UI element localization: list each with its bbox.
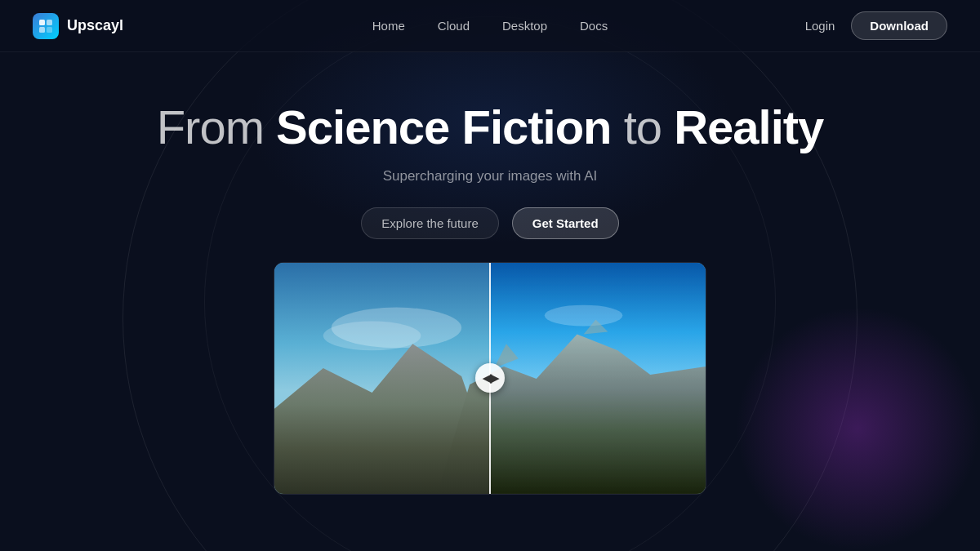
hero-title: From Science Fiction to Reality	[157, 101, 824, 153]
hero-title-from: From	[157, 100, 276, 153]
nav-link-docs[interactable]: Docs	[580, 19, 608, 33]
comparison-wrapper: ◀▶	[274, 263, 706, 494]
hero-subtitle: Supercharging your images with AI	[383, 168, 598, 184]
get-started-button[interactable]: Get Started	[512, 207, 619, 239]
login-button[interactable]: Login	[805, 19, 835, 33]
hero-title-to: to	[612, 100, 675, 153]
comparison-handle[interactable]: ◀▶	[475, 363, 505, 393]
navbar: Upscayl Home Cloud Desktop Docs Login Do…	[0, 0, 980, 52]
nav-link-desktop[interactable]: Desktop	[502, 19, 547, 33]
hero-section: From Science Fiction to Reality Supercha…	[0, 52, 980, 495]
brand-name: Upscayl	[67, 17, 123, 34]
nav-actions: Login Download	[805, 11, 947, 40]
hero-title-science-fiction: Science Fiction	[276, 100, 611, 153]
download-button[interactable]: Download	[851, 11, 947, 40]
svg-point-13	[545, 304, 623, 326]
nav-link-cloud[interactable]: Cloud	[438, 19, 470, 33]
svg-point-6	[323, 321, 421, 350]
svg-rect-1	[47, 20, 52, 25]
explore-button[interactable]: Explore the future	[361, 207, 498, 239]
nav-logo: Upscayl	[33, 13, 123, 39]
nav-links: Home Cloud Desktop Docs	[372, 19, 608, 33]
drag-arrows-icon: ◀▶	[483, 371, 497, 384]
image-comparison[interactable]: ◀▶	[274, 262, 706, 495]
hero-title-reality: Reality	[674, 100, 823, 153]
svg-rect-3	[47, 27, 52, 33]
hero-cta: Explore the future Get Started	[361, 207, 618, 239]
logo-icon	[33, 13, 59, 39]
nav-link-home[interactable]: Home	[372, 19, 405, 33]
svg-rect-0	[39, 20, 45, 25]
svg-rect-2	[39, 27, 45, 33]
logo-svg	[38, 18, 54, 34]
